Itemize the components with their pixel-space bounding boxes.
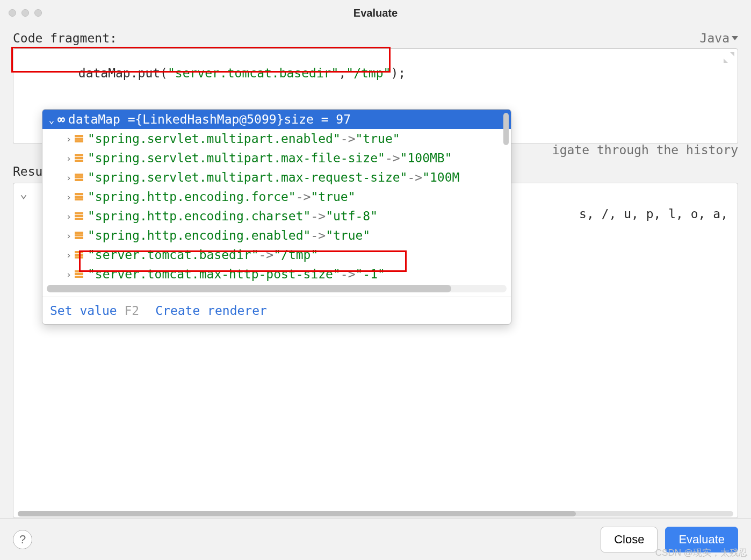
code-fragment-label: Code fragment: [13, 31, 117, 45]
svg-rect-7 [75, 176, 83, 178]
svg-rect-12 [75, 212, 83, 214]
chevron-right-icon[interactable]: › [64, 172, 74, 183]
result-text-overflow: s, /, u, p, l, o, a, [579, 207, 728, 221]
tree-entry-row[interactable]: ›"server.tomcat.max-http-post-size" -> "… [42, 264, 511, 284]
entry-value: "true" [310, 190, 355, 204]
arrow-icon: -> [341, 132, 356, 146]
collapse-icon[interactable] [724, 52, 734, 63]
arrow-icon: -> [407, 170, 422, 184]
svg-rect-13 [75, 215, 83, 217]
debugger-tree-popup: ⌄ ∞ dataMap = {LinkedHashMap@5099} size … [42, 109, 511, 325]
chevron-down-icon [732, 36, 738, 40]
tree-entry-row[interactable]: ›"spring.servlet.multipart.max-request-s… [42, 168, 511, 187]
arrow-icon: -> [341, 267, 356, 281]
entry-value: "true" [326, 228, 370, 242]
map-entry-icon [75, 250, 83, 259]
svg-rect-10 [75, 196, 83, 198]
svg-rect-17 [75, 237, 83, 239]
arrow-icon: -> [385, 151, 400, 165]
entry-key: "spring.http.encoding.force" [88, 190, 296, 204]
entry-key: "server.tomcat.max-http-post-size" [88, 267, 341, 281]
chevron-right-icon[interactable]: › [64, 230, 74, 241]
svg-rect-22 [75, 273, 83, 275]
svg-rect-18 [75, 251, 83, 253]
chevron-right-icon[interactable]: › [64, 191, 74, 203]
tree-entry-row[interactable]: ›"server.tomcat.basedir" -> "/tmp" [42, 245, 511, 264]
watermark: CSDN @现实，太残忍 [655, 547, 748, 559]
map-entry-icon [75, 212, 83, 220]
svg-rect-23 [75, 276, 83, 278]
arrow-icon: -> [310, 209, 326, 223]
chevron-right-icon[interactable]: › [64, 249, 74, 261]
svg-rect-19 [75, 254, 83, 256]
svg-rect-5 [75, 160, 83, 162]
entry-value: "100M [422, 170, 459, 184]
tree-root-row[interactable]: ⌄ ∞ dataMap = {LinkedHashMap@5099} size … [42, 110, 511, 129]
svg-rect-0 [75, 135, 83, 137]
tree-entry-row[interactable]: ›"spring.http.encoding.enabled" -> "true… [42, 226, 511, 245]
entry-value: "utf-8" [326, 209, 378, 223]
svg-rect-2 [75, 140, 83, 142]
chevron-down-icon[interactable]: ⌄ [20, 186, 27, 200]
entry-value: "-1" [356, 267, 385, 281]
map-entry-icon [75, 173, 83, 182]
horizontal-scrollbar[interactable] [47, 285, 507, 292]
set-value-link[interactable]: Set value [50, 304, 117, 318]
language-dropdown[interactable]: Java [700, 31, 738, 45]
arrow-icon: -> [259, 248, 274, 262]
svg-rect-1 [75, 138, 83, 140]
chevron-down-icon[interactable]: ⌄ [47, 114, 56, 125]
tree-entry-row[interactable]: ›"spring.http.encoding.charset" -> "utf-… [42, 206, 511, 226]
map-entry-icon [75, 154, 83, 162]
chevron-right-icon[interactable]: › [64, 133, 74, 145]
map-entry-icon [75, 134, 83, 143]
horizontal-scrollbar[interactable] [18, 511, 733, 516]
entry-key: "spring.http.encoding.enabled" [88, 228, 310, 242]
entry-value: "/tmp" [273, 248, 318, 262]
language-label: Java [700, 31, 730, 45]
entry-key: "spring.http.encoding.charset" [88, 209, 310, 223]
svg-rect-16 [75, 234, 83, 236]
svg-rect-3 [75, 154, 83, 156]
tree-entry-row[interactable]: ›"spring.http.encoding.force" -> "true" [42, 187, 511, 206]
vertical-scrollbar[interactable] [503, 113, 509, 145]
map-entry-icon [75, 270, 83, 278]
entry-value: "100MB" [400, 151, 452, 165]
help-button[interactable]: ? [13, 530, 32, 549]
map-entry-icon [75, 192, 83, 201]
chevron-right-icon[interactable]: › [64, 269, 74, 280]
create-renderer-link[interactable]: Create renderer [155, 304, 267, 318]
shortcut-label: F2 [124, 304, 139, 318]
svg-rect-6 [75, 174, 83, 176]
arrow-icon: -> [310, 228, 326, 242]
svg-rect-20 [75, 256, 83, 259]
entry-key: "server.tomcat.basedir" [88, 248, 259, 262]
svg-rect-4 [75, 157, 83, 159]
svg-rect-21 [75, 270, 83, 272]
svg-rect-11 [75, 198, 83, 200]
object-icon: ∞ [57, 112, 65, 126]
tree-entry-row[interactable]: ›"spring.servlet.multipart.enabled" -> "… [42, 129, 511, 148]
close-button[interactable]: Close [601, 527, 658, 552]
svg-rect-15 [75, 232, 83, 234]
entry-key: "spring.servlet.multipart.enabled" [88, 132, 341, 146]
arrow-icon: -> [296, 190, 311, 204]
entry-value: "true" [356, 132, 400, 146]
window-title: Evaluate [0, 7, 751, 19]
entry-key: "spring.servlet.multipart.max-request-si… [88, 170, 407, 184]
svg-rect-14 [75, 218, 83, 220]
entry-key: "spring.servlet.multipart.max-file-size" [88, 151, 385, 165]
tree-entry-row[interactable]: ›"spring.servlet.multipart.max-file-size… [42, 148, 511, 168]
chevron-right-icon[interactable]: › [64, 153, 74, 164]
svg-rect-9 [75, 193, 83, 195]
map-entry-icon [75, 231, 83, 240]
chevron-right-icon[interactable]: › [64, 211, 74, 222]
svg-rect-8 [75, 179, 83, 181]
